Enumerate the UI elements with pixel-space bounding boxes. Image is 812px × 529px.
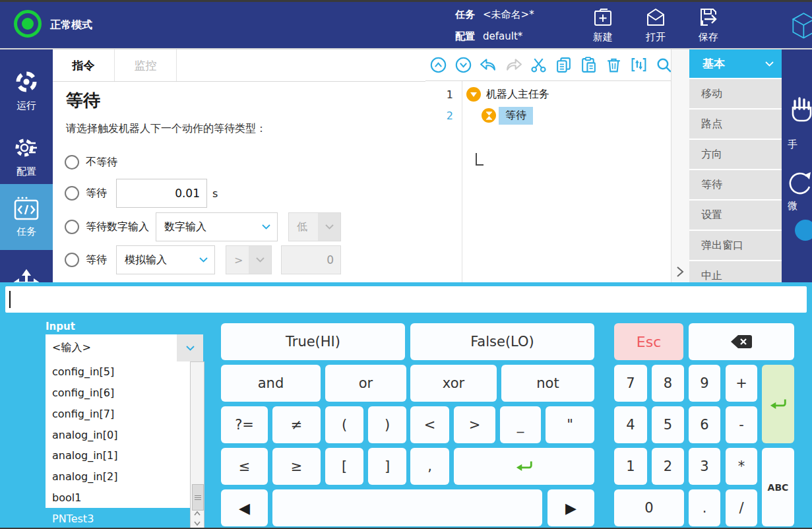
radio-wait-time[interactable] (65, 186, 79, 201)
tree-row-wait[interactable]: 2 等待 (425, 106, 533, 125)
key-and[interactable]: and (221, 365, 321, 402)
copy-icon[interactable] (555, 56, 573, 74)
key-2[interactable]: 2 (652, 448, 684, 485)
key-slash[interactable]: / (726, 489, 757, 526)
key-not[interactable]: not (501, 365, 594, 402)
key-paren-open[interactable]: ( (325, 406, 363, 443)
command-item-set[interactable]: 设置 (689, 201, 782, 230)
list-item[interactable]: config_in[6] (46, 383, 190, 404)
command-category-dropdown[interactable]: 基本 (689, 49, 782, 78)
expression-input[interactable] (5, 286, 807, 313)
key-greater-equal[interactable]: ≥ (272, 448, 321, 485)
key-0[interactable]: 0 (614, 489, 684, 526)
delete-icon[interactable] (605, 56, 623, 74)
command-item-move[interactable]: 移动 (689, 79, 782, 108)
collapse-panel-icon[interactable] (676, 266, 684, 278)
undo-icon[interactable] (480, 56, 497, 74)
key-bracket-close[interactable]: ] (368, 448, 406, 485)
list-item[interactable]: analog_in[2] (46, 466, 190, 487)
move-up-icon[interactable] (429, 56, 447, 74)
list-item[interactable]: analog_in[1] (46, 445, 190, 466)
option-no-wait[interactable]: 不等待 (65, 155, 117, 170)
key-paren-close[interactable]: ) (368, 406, 406, 443)
key-1[interactable]: 1 (614, 448, 647, 485)
list-item[interactable]: bool1 (46, 487, 190, 509)
analog-value-input[interactable]: 0 (281, 245, 341, 274)
radio-no-wait[interactable] (65, 155, 79, 170)
tab-instruction[interactable]: 指令 (53, 49, 115, 81)
option-wait-analog[interactable]: 等待 模拟输入 > 0 (65, 245, 341, 274)
command-item-popup[interactable]: 弹出窗口 (689, 231, 782, 260)
redo-icon[interactable] (505, 56, 522, 74)
list-scrollbar[interactable] (190, 361, 204, 529)
radio-wait-digital[interactable] (65, 220, 79, 234)
command-item-direction[interactable]: 方向 (689, 140, 782, 169)
key-cursor-right[interactable]: ▶ (547, 489, 594, 526)
key-true-hi[interactable]: True(HI) (221, 323, 405, 360)
key-newline[interactable] (454, 448, 594, 485)
command-item-wait[interactable]: 等待 (689, 170, 782, 199)
tab-monitor[interactable]: 监控 (115, 49, 177, 81)
key-xor[interactable]: xor (410, 365, 497, 402)
input-select-dropdown[interactable]: <输入> (46, 334, 203, 361)
key-enter[interactable] (762, 365, 794, 443)
cut-icon[interactable] (530, 56, 547, 74)
sidebar-item-task[interactable]: 任务 (0, 184, 53, 250)
key-backspace[interactable] (689, 323, 794, 360)
open-button[interactable]: 打开 (635, 6, 677, 44)
key-esc[interactable]: Esc (614, 323, 683, 360)
list-item[interactable]: analog_in[0] (46, 424, 190, 445)
key-quote[interactable]: " (546, 406, 594, 443)
key-plus[interactable]: + (726, 365, 757, 402)
scroll-up-icon[interactable] (193, 510, 201, 518)
key-underscore[interactable]: _ (500, 406, 541, 443)
key-less-equal[interactable]: ≤ (221, 448, 268, 485)
key-6[interactable]: 6 (689, 406, 720, 443)
key-not-equal[interactable]: ≠ (272, 406, 321, 443)
rail-indicator-circle[interactable] (795, 220, 812, 241)
key-3[interactable]: 3 (689, 448, 720, 485)
key-4[interactable]: 4 (614, 406, 647, 443)
sidebar-item-run[interactable]: 运行 (0, 59, 53, 122)
key-greater-than[interactable]: > (454, 406, 495, 443)
new-button[interactable]: 新建 (582, 6, 624, 44)
key-minus[interactable]: - (726, 406, 757, 443)
move-down-icon[interactable] (454, 56, 472, 74)
key-7[interactable]: 7 (614, 365, 647, 402)
key-false-lo[interactable]: False(LO) (410, 323, 594, 360)
list-item[interactable]: config_in[5] (46, 361, 190, 383)
key-less-than[interactable]: < (410, 406, 449, 443)
list-item-selected[interactable]: PNTest3 (46, 508, 190, 529)
wait-time-input[interactable]: 0.01 (116, 179, 207, 208)
key-cursor-left[interactable]: ◀ (221, 489, 268, 526)
key-asterisk[interactable]: * (726, 448, 757, 485)
scroll-down-icon[interactable] (193, 519, 201, 527)
sidebar-item-config[interactable]: 配置 (0, 125, 53, 188)
analog-input-dropdown[interactable]: 模拟输入 (116, 245, 215, 274)
hand-guide-icon[interactable] (787, 94, 812, 125)
radio-wait-analog[interactable] (65, 253, 79, 267)
option-wait-digital[interactable]: 等待数字输入 数字输入 低 (65, 212, 341, 241)
view-3d-cube-icon[interactable] (790, 5, 812, 45)
key-dot[interactable]: . (689, 489, 720, 526)
key-assign[interactable]: ?= (221, 406, 268, 443)
option-wait-time[interactable]: 等待 0.01 s (65, 179, 218, 208)
search-icon[interactable] (655, 56, 673, 74)
key-comma[interactable]: , (410, 448, 449, 485)
save-button[interactable]: 保存 (687, 6, 730, 44)
fine-tune-icon[interactable] (786, 170, 812, 199)
key-abc-mode[interactable]: ABC (762, 448, 794, 526)
replace-icon[interactable] (630, 56, 648, 74)
command-item-waypoint[interactable]: 路点 (689, 109, 782, 139)
key-space[interactable] (272, 489, 542, 526)
key-or[interactable]: or (325, 365, 406, 402)
key-bracket-open[interactable]: [ (325, 448, 363, 485)
scrollbar-thumb[interactable] (192, 484, 204, 511)
collapse-node-icon[interactable] (466, 87, 481, 102)
digital-level-dropdown[interactable]: 低 (288, 212, 341, 241)
paste-icon[interactable] (580, 56, 598, 74)
command-item-abort[interactable]: 中止 (689, 261, 782, 282)
digital-input-dropdown[interactable]: 数字输入 (156, 212, 278, 241)
key-5[interactable]: 5 (652, 406, 684, 443)
key-9[interactable]: 9 (689, 365, 720, 402)
